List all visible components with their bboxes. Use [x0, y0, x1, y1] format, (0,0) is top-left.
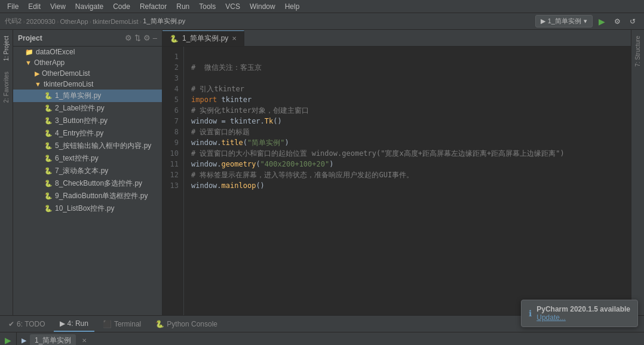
menu-tools[interactable]: Tools [194, 1, 220, 12]
run-config-button[interactable]: ▶ 1_简单实例 ▾ [535, 15, 593, 27]
code-line-10: # 设置窗口的大小和窗口的起始位置 window.geometry("宽度x高度… [191, 148, 624, 159]
notification-update-link[interactable]: Update... [536, 313, 630, 322]
tab-close-button[interactable]: ✕ [232, 35, 237, 42]
gear-icon[interactable]: ⚙ [125, 33, 132, 42]
panel-actions: ⚙ ⇅ ⚙ – [125, 33, 157, 42]
code-line-13: window.mainloop() [191, 180, 624, 191]
right-side-tabs: 7: Structure [631, 30, 644, 315]
notification-title: PyCharm 2020.1.5 available [536, 305, 630, 313]
py-file-icon: 🐍 [44, 155, 53, 162]
py-file-icon: 🐍 [44, 117, 53, 125]
code-line-1 [191, 51, 624, 62]
code-line-9: window.title("简单实例") [191, 137, 624, 148]
py-file-icon: 🐍 [44, 167, 53, 175]
tab-terminal[interactable]: ⬛ Terminal [97, 316, 147, 332]
code-line-7: window = tkinter.Tk() [191, 116, 624, 127]
tree-item-file3[interactable]: 🐍 3_Button控件.py [13, 115, 162, 127]
code-view: 1 2 3 4 5 6 7 8 9 10 11 12 13 # 微信关注：客玉京 [162, 47, 631, 315]
run-tab-label[interactable]: 1_简单实例 [30, 334, 76, 345]
run-config-icon: ▶ [541, 17, 545, 25]
run-config-label: 1_简单实例 [548, 17, 581, 26]
run-button[interactable]: ▶ [595, 15, 608, 28]
reload-button[interactable]: ↺ [626, 15, 639, 28]
breadcrumb-file[interactable]: 1_简单实例.py [143, 17, 185, 26]
notification-popup: ℹ PyCharm 2020.1.5 available Update... [521, 300, 638, 327]
breadcrumb-root[interactable]: 代码2 [5, 17, 22, 26]
tree-item-file7[interactable]: 🐍 7_滚动条文本.py [13, 165, 162, 177]
run-tab-icon: ▶ [22, 337, 26, 344]
tree-item-file9[interactable]: 🐍 9_RadioButton单选框控件.py [13, 190, 162, 202]
tab-todo[interactable]: ✔ 6: TODO [2, 316, 51, 332]
code-line-6: # 实例化tkinter对象，创建主窗口 [191, 105, 624, 116]
tree-item-file5[interactable]: 🐍 5_按钮输出输入框中的内容.py [13, 140, 162, 152]
tab-run[interactable]: ▶ 4: Run [54, 316, 94, 332]
tab-label: 1_简单实例.py [182, 33, 228, 44]
menu-vcs[interactable]: VCS [220, 1, 245, 12]
menu-help[interactable]: Help [280, 1, 305, 12]
code-editor[interactable]: # 微信关注：客玉京 # 引入tkinter import tkinter # … [184, 47, 631, 315]
tree-item-dataofexcel[interactable]: 📁 dataOfExcel [13, 47, 162, 57]
breadcrumb-app[interactable]: OtherApp [60, 18, 88, 25]
menu-edit[interactable]: Edit [23, 1, 45, 12]
py-file-icon: 🐍 [44, 104, 53, 112]
run-play-button[interactable]: ▶ [2, 335, 15, 345]
py-file-icon: 🐍 [44, 205, 53, 212]
menu-run[interactable]: Run [171, 1, 194, 12]
menubar: File Edit View Navigate Code Refactor Ru… [0, 0, 644, 13]
tree-item-otherapp[interactable]: ▼ OtherApp [13, 57, 162, 68]
menu-refactor[interactable]: Refactor [135, 1, 171, 12]
run-icon: ▶ [60, 319, 65, 328]
project-tree: 📁 dataOfExcel ▼ OtherApp ▶ OtherDemoList… [13, 47, 162, 315]
line-numbers: 1 2 3 4 5 6 7 8 9 10 11 12 13 [162, 47, 184, 315]
tree-item-file6[interactable]: 🐍 6_text控件.py [13, 152, 162, 165]
py-file-icon: 🐍 [44, 130, 53, 137]
editor-area: 🐍 1_简单实例.py ✕ 1 2 3 4 5 6 7 8 9 10 11 12… [162, 30, 631, 315]
code-line-5: import tkinter [191, 94, 624, 105]
todo-icon: ✔ [8, 320, 14, 328]
code-line-3 [191, 73, 624, 84]
editor-tab-main[interactable]: 🐍 1_简单实例.py ✕ [162, 30, 244, 46]
left-side-tabs: 1: Project 2: Favorites [0, 30, 13, 315]
py-file-icon: 🐍 [44, 180, 53, 187]
menu-navigate[interactable]: Navigate [70, 1, 108, 12]
sidebar-item-project[interactable]: 1: Project [1, 31, 11, 66]
py-file-icon: 🐍 [44, 142, 53, 150]
code-line-4: # 引入tkinter [191, 84, 624, 94]
run-sidebar: ▶ ■ ▲ ▼ ⇔ 📌 [0, 332, 17, 345]
terminal-icon: ⬛ [103, 320, 112, 328]
sort-icon[interactable]: ⇅ [134, 33, 141, 42]
tree-item-file8[interactable]: 🐍 8_CheckButton多选控件.py [13, 177, 162, 190]
settings-button[interactable]: ⚙ [611, 15, 624, 28]
run-close-icon[interactable]: ✕ [82, 337, 87, 344]
tree-item-file4[interactable]: 🐍 4_Entry控件.py [13, 127, 162, 140]
tree-item-otherDemoList[interactable]: ▶ OtherDemoList [13, 68, 162, 79]
toolbar: 代码2 › 20200930 › OtherApp › tkinterDemoL… [0, 13, 644, 30]
python-icon: 🐍 [155, 320, 164, 328]
tree-item-file10[interactable]: 🐍 10_ListBox控件.py [13, 202, 162, 215]
menu-code[interactable]: Code [108, 1, 135, 12]
breadcrumb-demo[interactable]: tkinterDemoList [93, 18, 138, 25]
tree-item-file2[interactable]: 🐍 2_Label控件.py [13, 102, 162, 115]
menu-view[interactable]: View [45, 1, 70, 12]
breadcrumb-date[interactable]: 20200930 [26, 18, 56, 25]
info-icon: ℹ [529, 309, 532, 318]
tree-item-tkinterDemoList[interactable]: ▼ tkinterDemoList [13, 79, 162, 90]
code-line-11: window.geometry("400x200+100+20") [191, 159, 624, 170]
breadcrumb: 代码2 › 20200930 › OtherApp › tkinterDemoL… [5, 17, 185, 26]
py-file-icon: 🐍 [44, 92, 53, 100]
code-line-2: # 微信关注：客玉京 [191, 62, 624, 73]
tree-item-file1[interactable]: 🐍 1_简单实例.py [13, 90, 162, 102]
tab-python-console[interactable]: 🐍 Python Console [149, 316, 223, 332]
settings-icon[interactable]: ⚙ [143, 33, 151, 42]
panel-title: Project [18, 34, 42, 42]
menu-window[interactable]: Window [245, 1, 280, 12]
tab-icon: 🐍 [170, 35, 179, 43]
folder-icon: ▶ [35, 70, 39, 78]
run-config-dropdown-icon: ▾ [584, 17, 587, 25]
sidebar-item-favorites[interactable]: 2: Favorites [1, 67, 11, 107]
panel-header: Project ⚙ ⇅ ⚙ – [13, 30, 162, 47]
menu-file[interactable]: File [2, 1, 23, 12]
minimize-icon[interactable]: – [153, 33, 157, 42]
sidebar-item-structure[interactable]: 7: Structure [633, 31, 643, 72]
folder-icon: ▼ [25, 59, 32, 66]
